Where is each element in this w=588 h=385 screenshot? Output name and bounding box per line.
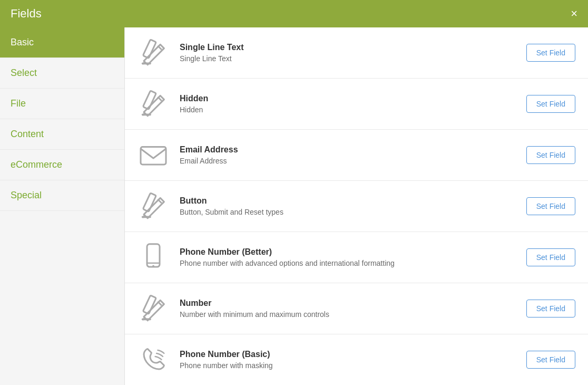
set-field-button[interactable]: Set Field (526, 44, 575, 62)
field-name: Hidden (180, 94, 516, 103)
phone-icon (138, 344, 169, 376)
sidebar-item-special[interactable]: Special (0, 180, 124, 211)
field-info: Single Line TextSingle Line Text (180, 43, 516, 63)
svg-point-9 (152, 265, 154, 267)
field-info: NumberNumber with minimum and maximum co… (180, 299, 516, 319)
set-field-button[interactable]: Set Field (526, 95, 575, 113)
field-row: Email AddressEmail AddressSet Field (125, 130, 588, 181)
field-name: Number (180, 299, 516, 308)
field-name: Email Address (180, 145, 516, 155)
field-description: Phone number with advanced options and i… (180, 259, 516, 267)
field-description: Single Line Text (180, 54, 516, 63)
set-field-button[interactable]: Set Field (526, 197, 575, 215)
field-list: Single Line TextSingle Line TextSet Fiel… (125, 27, 588, 385)
mobile-icon (138, 242, 169, 273)
field-row: ButtonButton, Submit and Reset typesSet … (125, 181, 588, 232)
modal-header: Fields × (0, 0, 588, 27)
set-field-button[interactable]: Set Field (526, 248, 575, 266)
svg-rect-4 (141, 147, 166, 165)
field-name: Single Line Text (180, 43, 516, 52)
sidebar-item-basic[interactable]: Basic (0, 27, 124, 58)
field-info: Phone Number (Basic)Phone number with ma… (180, 350, 516, 370)
set-field-button[interactable]: Set Field (526, 351, 575, 369)
email-icon (138, 139, 169, 171)
pencil-icon (138, 293, 169, 324)
sidebar-item-content[interactable]: Content (0, 119, 124, 150)
field-description: Number with minimum and maximum controls (180, 310, 516, 319)
field-info: ButtonButton, Submit and Reset types (180, 196, 516, 216)
field-row: Single Line TextSingle Line TextSet Fiel… (125, 27, 588, 79)
field-name: Phone Number (Basic) (180, 350, 516, 359)
field-row: Phone Number (Better)Phone number with a… (125, 232, 588, 283)
sidebar: BasicSelectFileContenteCommerceSpecial (0, 27, 125, 385)
field-info: Phone Number (Better)Phone number with a… (180, 247, 516, 267)
field-name: Button (180, 196, 516, 206)
sidebar-item-ecommerce[interactable]: eCommerce (0, 150, 124, 180)
fields-modal: Fields × BasicSelectFileContenteCommerce… (0, 0, 588, 385)
pencil-icon (138, 88, 169, 120)
field-description: Button, Submit and Reset types (180, 208, 516, 216)
field-info: Email AddressEmail Address (180, 145, 516, 165)
pencil-icon (138, 37, 169, 69)
field-row: NumberNumber with minimum and maximum co… (125, 283, 588, 334)
set-field-button[interactable]: Set Field (526, 300, 575, 317)
close-button[interactable]: × (571, 8, 577, 20)
field-row: HiddenHiddenSet Field (125, 79, 588, 130)
sidebar-item-select[interactable]: Select (0, 58, 124, 89)
modal-body: BasicSelectFileContenteCommerceSpecial S… (0, 27, 588, 385)
field-name: Phone Number (Better) (180, 247, 516, 257)
modal-title: Fields (11, 7, 42, 21)
field-description: Email Address (180, 157, 516, 165)
field-description: Phone number with masking (180, 361, 516, 370)
pencil-icon (138, 190, 169, 222)
field-row: Phone Number (Basic)Phone number with ma… (125, 334, 588, 385)
set-field-button[interactable]: Set Field (526, 146, 575, 164)
sidebar-item-file[interactable]: File (0, 89, 124, 119)
field-info: HiddenHidden (180, 94, 516, 114)
field-description: Hidden (180, 105, 516, 114)
